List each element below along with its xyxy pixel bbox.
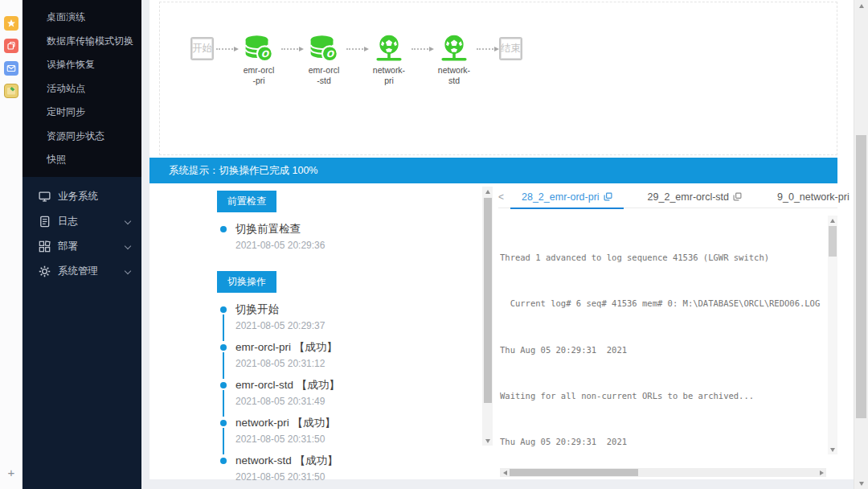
network-icon xyxy=(436,35,472,64)
sidebar-menu-item[interactable]: 业务系统 xyxy=(23,184,141,209)
flow-end-node[interactable]: 结束 xyxy=(499,37,522,60)
timeline-item-time: 2021-08-05 20:29:37 xyxy=(235,320,482,331)
menu-item-label: 业务系统 xyxy=(58,190,98,203)
sidebar-submenu-label: 资源同步状态 xyxy=(47,130,104,142)
log-line: Current log# 6 seq# 41536 mem# 0: M:\DAT… xyxy=(500,298,826,309)
timeline-dot-icon xyxy=(220,382,227,388)
add-shortcut-button[interactable]: + xyxy=(3,466,19,479)
main-content: 开始 O xyxy=(149,0,854,479)
timeline-group: 前置检查 切换前置检查 2021-08-05 20:29:36 xyxy=(217,191,482,260)
sidebar-menu-item[interactable]: 系统管理 xyxy=(23,259,141,284)
log-tab[interactable]: 29_2_emr-orcl-std xyxy=(637,186,753,208)
log-tab[interactable]: 28_2_emr-ord-pri xyxy=(510,186,624,208)
timeline-item: emr-orcl-std 【成功】 2021-08-05 20:31:49 xyxy=(220,378,482,416)
sidebar-submenu-label: 桌面演练 xyxy=(47,11,85,23)
log-output[interactable]: Thread 1 advanced to log sequence 41536 … xyxy=(500,212,826,454)
log-line: Thu Aug 05 20:29:31 2021 xyxy=(500,436,826,447)
scroll-right-icon[interactable] xyxy=(817,471,826,475)
log-tab-label: 9_0_network-pri xyxy=(777,191,850,203)
sidebar-submenu-label: 活动站点 xyxy=(47,83,85,94)
timeline-item: emr-orcl-pri 【成功】 2021-08-05 20:31:12 xyxy=(220,340,482,378)
flow-arrow-icon xyxy=(216,48,236,50)
notes-app-icon[interactable] xyxy=(4,84,18,98)
scroll-up-icon[interactable] xyxy=(828,216,837,225)
flow-node[interactable]: O network-std xyxy=(434,35,474,64)
sidebar-submenu-item[interactable]: 桌面演练 xyxy=(23,6,141,30)
menu-item-label: 系统管理 xyxy=(58,265,98,278)
flow-node[interactable]: O emr-orcl-std xyxy=(304,35,344,64)
chevron-down-icon xyxy=(125,242,131,249)
scroll-left-icon[interactable] xyxy=(500,471,510,475)
flow-start-node[interactable]: 开始 xyxy=(190,37,214,60)
log-horizontal-scrollbar[interactable] xyxy=(500,468,826,477)
timeline-dot-icon xyxy=(220,306,227,313)
scrollbar-thumb[interactable] xyxy=(510,469,638,476)
monitor-icon xyxy=(39,191,51,203)
sidebar-submenu-item[interactable]: 资源同步状态 xyxy=(23,125,141,149)
flow-node-label: emr-orcl-std xyxy=(299,65,349,85)
log-tab[interactable]: 9_0_network-pri xyxy=(766,186,868,208)
system-message-bar: 系统提示：切换操作已完成 100% xyxy=(149,158,837,183)
timeline-item-title: network-pri 【成功】 xyxy=(235,416,482,430)
external-window-icon[interactable] xyxy=(733,192,742,201)
timeline-item-time: 2021-08-05 20:31:12 xyxy=(235,358,482,369)
scroll-down-icon[interactable] xyxy=(854,478,868,489)
sidebar-submenu-item[interactable]: 数据库传输模式切换 xyxy=(23,30,141,54)
star-app-icon[interactable] xyxy=(4,16,18,31)
sidebar-menu-item[interactable]: 部署 xyxy=(23,234,141,259)
flow-node[interactable]: O network-pri xyxy=(369,35,409,64)
sidebar-submenu-item[interactable]: 定时同步 xyxy=(23,101,141,125)
timeline-item-title: network-std 【成功】 xyxy=(235,454,482,468)
sidebar-submenu-label: 数据库传输模式切换 xyxy=(47,35,133,47)
flow-node-icon: O xyxy=(436,35,472,64)
scroll-up-icon[interactable] xyxy=(854,0,868,11)
sidebar-submenu-item[interactable]: 误操作恢复 xyxy=(23,53,141,77)
flow-arrow-icon xyxy=(346,48,366,50)
menu-item-icon xyxy=(39,240,51,253)
scroll-down-icon[interactable] xyxy=(828,445,837,454)
chevron-down-icon xyxy=(125,267,131,273)
mail-app-icon[interactable] xyxy=(4,61,18,76)
page-scrollbar[interactable] xyxy=(854,0,868,489)
scrollbar-thumb[interactable] xyxy=(856,135,866,418)
menu-item-icon xyxy=(39,265,51,277)
log-icon xyxy=(39,216,51,228)
timeline-item-time: 2021-08-05 20:31:50 xyxy=(235,471,482,483)
sidebar-submenu-item[interactable]: 快照 xyxy=(23,148,141,172)
log-line: Waiting for all non-current ORLs to be a… xyxy=(500,390,826,401)
flow-node-icon: O xyxy=(241,35,276,64)
scroll-up-icon[interactable] xyxy=(482,187,493,196)
sidebar: 桌面演练 数据库传输模式切换 误操作恢复 活动站点 定时同步 资源同步状态 xyxy=(23,0,141,489)
timeline-dot-icon xyxy=(220,226,227,232)
sidebar-submenu-label: 误操作恢复 xyxy=(47,59,95,70)
svg-text:O: O xyxy=(261,49,270,60)
sidebar-submenu: 桌面演练 数据库传输模式切换 误操作恢复 活动站点 定时同步 资源同步状态 xyxy=(23,0,141,177)
scrollbar-thumb[interactable] xyxy=(829,226,837,257)
log-line: Thu Aug 05 20:29:31 2021 xyxy=(500,344,826,355)
switchover-timeline: 前置检查 切换前置检查 2021-08-05 20:29:36 切换操作 xyxy=(217,191,482,489)
flow-node[interactable]: O emr-orcl-pri xyxy=(239,35,279,64)
sidebar-submenu-item[interactable]: 活动站点 xyxy=(23,77,141,101)
external-window-icon[interactable] xyxy=(604,192,612,201)
timeline-dot-icon xyxy=(220,420,227,426)
log-line: Thread 1 advanced to log sequence 41536 … xyxy=(500,252,826,263)
scrollbar-thumb[interactable] xyxy=(484,198,492,403)
deploy-icon xyxy=(39,240,51,253)
log-vertical-scrollbar[interactable] xyxy=(828,216,837,454)
timeline-dot-icon xyxy=(220,458,227,464)
scroll-down-icon[interactable] xyxy=(482,436,493,446)
timeline-item-title: emr-orcl-std 【成功】 xyxy=(235,378,482,392)
log-tabs-row: < 28_2_emr-ord-pri 29_2_emr-orcl-std xyxy=(498,186,837,208)
screenshot-app-icon[interactable] xyxy=(4,39,18,53)
menu-item-icon xyxy=(39,191,51,203)
timeline-scrollbar[interactable] xyxy=(482,187,493,446)
network-icon xyxy=(371,35,407,64)
workflow-row: 开始 O xyxy=(190,35,522,64)
log-panel: < 28_2_emr-ord-pri 29_2_emr-orcl-std xyxy=(498,186,837,478)
tabs-prev-icon[interactable]: < xyxy=(498,191,504,203)
timeline-item-time: 2021-08-05 20:29:36 xyxy=(235,240,482,251)
database-icon: O xyxy=(306,35,342,64)
sidebar-menu-item[interactable]: 日志 xyxy=(23,209,141,234)
menu-item-label: 日志 xyxy=(58,215,78,228)
gear-icon xyxy=(39,265,51,277)
